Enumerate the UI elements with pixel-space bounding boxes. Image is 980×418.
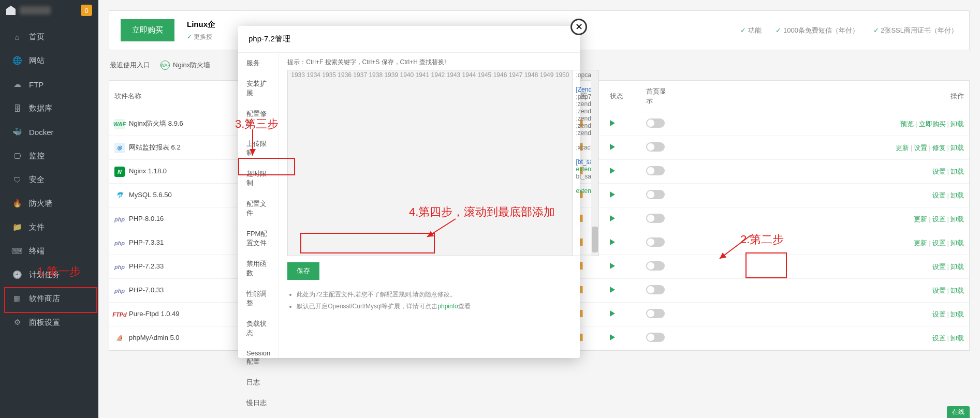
modal-tab[interactable]: 服务 <box>238 53 279 73</box>
modal-tab[interactable]: 安装扩展 <box>238 73 279 103</box>
scrollbar-thumb[interactable] <box>592 227 598 252</box>
modal-tab[interactable]: 日志 <box>238 372 279 393</box>
editor-tip: 提示：Ctrl+F 搜索关键字，Ctrl+S 保存，Ctrl+H 查找替换! <box>287 58 599 67</box>
modal-tab-list: 服务安装扩展配置修改上传限制超时限制配置文件FPM配置文件禁用函数性能调整负载状… <box>238 53 279 358</box>
phpinfo-link[interactable]: phpinfo <box>437 303 458 310</box>
modal-tab[interactable]: FPM配置文件 <box>238 223 279 253</box>
modal-tab[interactable]: 配置修改 <box>238 103 279 133</box>
config-editor[interactable]: 1933 1934 1935 1936 1937 1938 1939 1940 … <box>287 70 599 256</box>
modal-tab[interactable]: Session配置 <box>238 344 279 372</box>
close-icon[interactable]: ✕ <box>571 19 587 35</box>
online-badge[interactable]: 在线 <box>947 406 970 418</box>
editor-notes: 此处为72主配置文件,若您不了解配置规则,请勿随意修改。 默认已开启Openss… <box>287 287 599 314</box>
save-button[interactable]: 保存 <box>287 262 319 280</box>
note-2: 默认已开启Openssl/Curl/Mysql等扩展，详情可点击phpinfo查… <box>297 302 599 311</box>
php-manage-modal: ✕ php-7.2管理 服务安装扩展配置修改上传限制超时限制配置文件FPM配置文… <box>238 26 580 358</box>
modal-tab[interactable]: 配置文件 <box>238 193 279 223</box>
editor-gutter: 1933 1934 1935 1936 1937 1938 1939 1940 … <box>288 70 573 256</box>
note-1: 此处为72主配置文件,若您不了解配置规则,请勿随意修改。 <box>297 290 599 299</box>
modal-tab[interactable]: 负载状态 <box>238 314 279 344</box>
modal-tab[interactable]: 性能调整 <box>238 283 279 314</box>
modal-tab[interactable]: 超时限制 <box>238 163 279 193</box>
modal-tab[interactable]: 慢日志 <box>238 393 279 413</box>
modal-tab[interactable]: 上传限制 <box>238 133 279 163</box>
modal-tab[interactable]: phpinfo <box>238 413 279 418</box>
modal-title: php-7.2管理 <box>238 26 580 53</box>
modal-tab[interactable]: 禁用函数 <box>238 253 279 283</box>
modal-content: 提示：Ctrl+F 搜索关键字，Ctrl+S 保存，Ctrl+H 查找替换! 1… <box>279 53 607 358</box>
